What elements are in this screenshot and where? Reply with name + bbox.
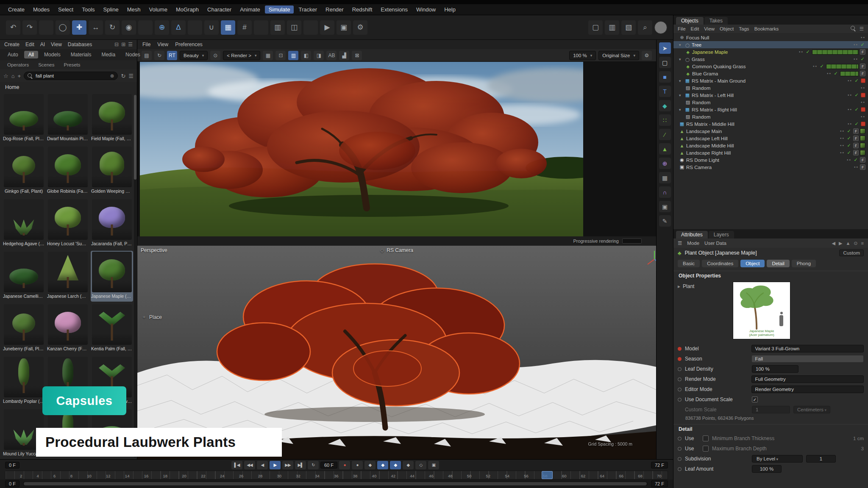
object-row[interactable]: RS Dome Light •• ✓ F: [673, 156, 868, 164]
visibility-dots-icon[interactable]: ••: [847, 158, 851, 162]
object-properties-header[interactable]: Object Properties: [673, 271, 868, 280]
object-filter-icon[interactable]: ☰: [860, 26, 864, 32]
mode-palette-icon[interactable]: ➤: [659, 42, 671, 54]
menu-item[interactable]: Character: [203, 6, 235, 14]
phong-tag-icon[interactable]: F: [860, 157, 865, 163]
asset-filter-tab[interactable]: Auto: [3, 51, 22, 58]
object-menu-item[interactable]: Object: [720, 26, 734, 31]
visibility-dots-icon[interactable]: ••: [848, 122, 852, 126]
subdivision-level-field[interactable]: 1: [806, 455, 836, 463]
keyframe-marker-icon[interactable]: [678, 357, 682, 361]
toolbar-icon[interactable]: ▦: [221, 20, 235, 35]
render-toolbar-icon[interactable]: AB: [326, 51, 337, 60]
object-menu-item[interactable]: Bookmarks: [754, 26, 779, 31]
expand-caret-icon[interactable]: ▾: [679, 43, 683, 47]
leaf-amount-field[interactable]: 100 %: [752, 465, 782, 473]
record-button[interactable]: ●: [352, 461, 363, 469]
menu-item[interactable]: Mesh: [123, 6, 145, 14]
enable-check-icon[interactable]: ✓: [854, 121, 860, 127]
plant-asset-tile[interactable]: Japanese Camellia (Fal...: [3, 251, 45, 302]
toolbar-icon[interactable]: ↔: [89, 20, 103, 35]
visibility-dots-icon[interactable]: ••: [854, 42, 858, 47]
panel-header-icon[interactable]: ⊟: [114, 42, 119, 47]
asset-filter-tab[interactable]: Models: [40, 51, 65, 58]
visibility-dots-icon[interactable]: ••: [854, 165, 859, 169]
user-data-menu[interactable]: User Data: [704, 241, 726, 246]
attribute-value-field[interactable]: Variant 3 Full-Grown: [751, 345, 864, 352]
mode-palette-icon[interactable]: ▦: [659, 172, 671, 183]
object-menu-item[interactable]: View: [704, 26, 715, 31]
toolbar-icon[interactable]: #: [237, 20, 252, 35]
menu-item[interactable]: Select: [54, 6, 77, 14]
menu-item[interactable]: MoGraph: [172, 6, 203, 14]
zoom-dropdown[interactable]: 100 %: [569, 51, 596, 60]
record-button[interactable]: ◆: [403, 461, 414, 469]
render-toolbar-icon[interactable]: ▦: [263, 51, 273, 60]
asset-scrollbar[interactable]: [134, 95, 136, 458]
toolbar-icon[interactable]: ⚙: [353, 20, 367, 35]
transport-button[interactable]: ◀◀: [244, 461, 255, 469]
size-dropdown[interactable]: Original Size: [598, 51, 639, 60]
visibility-dots-icon[interactable]: ••: [848, 78, 852, 83]
render-toolbar-icon[interactable]: RT: [167, 51, 177, 60]
phong-tag-icon[interactable]: F: [860, 164, 865, 170]
preview-end-field[interactable]: 72 F: [651, 480, 668, 487]
search-menu-icon[interactable]: ☰: [128, 73, 134, 79]
expand-caret-icon[interactable]: ▸: [678, 283, 680, 342]
renderer-dropdown[interactable]: < Render >: [223, 51, 260, 60]
visibility-dots-icon[interactable]: ••: [861, 86, 865, 90]
timeline-ruler[interactable]: 2468101214161820222426283032343638404244…: [5, 471, 668, 480]
back-arrow-icon[interactable]: ◀: [832, 241, 835, 246]
keyframe-marker-icon[interactable]: [678, 367, 682, 371]
enable-check-icon[interactable]: ✓: [846, 136, 852, 141]
mode-palette-icon[interactable]: ▣: [659, 201, 671, 212]
attribute-value-field[interactable]: Fall: [751, 355, 864, 363]
menu-item[interactable]: Tools: [78, 6, 98, 14]
asset-filter-tab[interactable]: Materials: [67, 51, 96, 58]
menu-item[interactable]: Window: [412, 6, 440, 14]
enable-check-icon[interactable]: ✓: [846, 150, 852, 155]
menu-item[interactable]: Spline: [100, 6, 122, 14]
asset-subtab[interactable]: Presets: [60, 62, 84, 68]
attribute-value-field[interactable]: Full Geometry: [751, 375, 864, 383]
panel-header-icon[interactable]: ⊞: [121, 42, 125, 47]
playhead[interactable]: [542, 471, 553, 480]
attribute-value-field[interactable]: 1: [752, 406, 790, 413]
transport-button[interactable]: ▌◀: [231, 461, 242, 469]
current-frame-field[interactable]: 60 F: [320, 462, 337, 469]
enable-check-icon[interactable]: ✓: [846, 143, 852, 148]
subdivision-mode-dropdown[interactable]: By Level: [752, 455, 803, 463]
layout-icon[interactable]: ▢: [588, 20, 603, 35]
keyframe-marker-icon[interactable]: [678, 467, 682, 471]
render-toolbar-icon[interactable]: ◨: [314, 51, 324, 60]
attribute-burger-icon[interactable]: ☰: [678, 240, 682, 246]
toolbar-icon[interactable]: [188, 20, 202, 35]
texture-tag-icon[interactable]: [860, 150, 865, 155]
toolbar-icon[interactable]: ⊕: [155, 20, 169, 35]
object-row[interactable]: Landscape Middle Hill •• ✓ F: [673, 142, 868, 149]
asset-filter-tab[interactable]: All: [24, 51, 38, 58]
visibility-dots-icon[interactable]: ••: [848, 93, 852, 97]
property-tab[interactable]: Coordinates: [702, 260, 738, 267]
render-toolbar-icon[interactable]: ◧: [301, 51, 311, 60]
layout-icon[interactable]: ⌕: [638, 20, 652, 35]
lock-icon[interactable]: ⊙: [210, 51, 220, 60]
camera-label[interactable]: ◇ RS Camera: [380, 247, 413, 253]
keyframe-marker-icon[interactable]: [678, 457, 682, 461]
lock-icon[interactable]: ⊙: [854, 241, 857, 246]
mode-dropdown[interactable]: Mode: [687, 241, 699, 246]
asset-subtab[interactable]: Scenes: [34, 62, 58, 68]
enable-check-icon[interactable]: ✓: [846, 128, 852, 134]
menu-item[interactable]: Render: [322, 6, 348, 14]
object-row[interactable]: ▾ Tree •• ✓: [673, 41, 868, 48]
plant-asset-tile[interactable]: Golden Weeping Willo...: [91, 146, 133, 197]
panel-header-icon[interactable]: ☰: [128, 42, 133, 47]
expand-caret-icon[interactable]: ▾: [679, 108, 683, 112]
expand-caret-icon[interactable]: ▾: [679, 93, 683, 97]
property-tab[interactable]: Basic: [678, 260, 700, 267]
menu-item[interactable]: Create: [4, 6, 28, 14]
checkbox[interactable]: ✓: [703, 446, 709, 452]
forward-arrow-icon[interactable]: ▶: [839, 241, 842, 246]
plant-asset-tile[interactable]: Dog-Rose (Fall, Plant): [3, 93, 45, 144]
property-tab[interactable]: Phong: [792, 260, 816, 267]
